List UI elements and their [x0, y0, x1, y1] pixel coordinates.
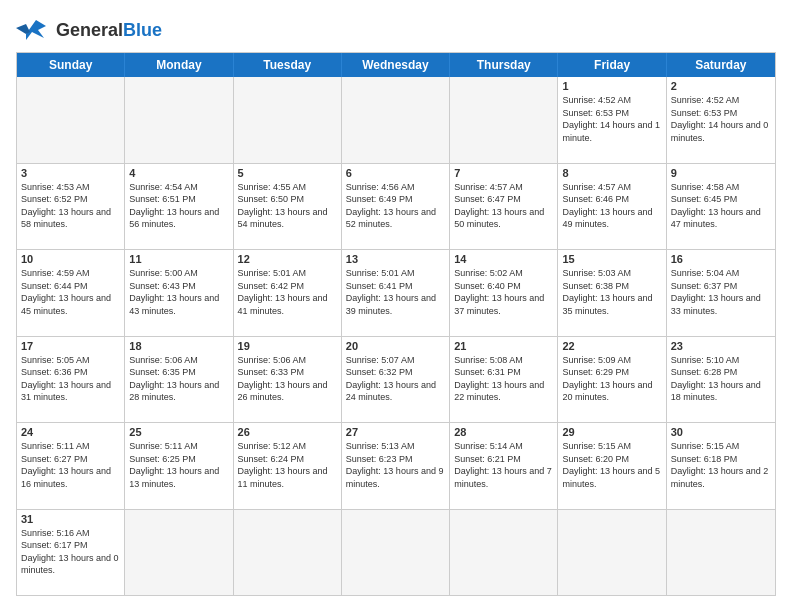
cell-info: Sunrise: 5:05 AM Sunset: 6:36 PM Dayligh…: [21, 354, 120, 404]
cell-info: Sunrise: 5:03 AM Sunset: 6:38 PM Dayligh…: [562, 267, 661, 317]
calendar-cell: 4Sunrise: 4:54 AM Sunset: 6:51 PM Daylig…: [125, 164, 233, 250]
cell-info: Sunrise: 4:52 AM Sunset: 6:53 PM Dayligh…: [671, 94, 771, 144]
day-number: 5: [238, 167, 337, 179]
calendar-cell: 14Sunrise: 5:02 AM Sunset: 6:40 PM Dayli…: [450, 250, 558, 336]
day-number: 16: [671, 253, 771, 265]
cell-info: Sunrise: 5:06 AM Sunset: 6:33 PM Dayligh…: [238, 354, 337, 404]
day-number: 27: [346, 426, 445, 438]
calendar-cell: 15Sunrise: 5:03 AM Sunset: 6:38 PM Dayli…: [558, 250, 666, 336]
day-number: 25: [129, 426, 228, 438]
day-number: 6: [346, 167, 445, 179]
calendar-cell: 11Sunrise: 5:00 AM Sunset: 6:43 PM Dayli…: [125, 250, 233, 336]
header-day-friday: Friday: [558, 53, 666, 77]
calendar-cell: 6Sunrise: 4:56 AM Sunset: 6:49 PM Daylig…: [342, 164, 450, 250]
day-number: 18: [129, 340, 228, 352]
day-number: 12: [238, 253, 337, 265]
calendar-cell: [125, 510, 233, 596]
logo-icon: [16, 16, 52, 44]
cell-info: Sunrise: 5:14 AM Sunset: 6:21 PM Dayligh…: [454, 440, 553, 490]
day-number: 1: [562, 80, 661, 92]
calendar-cell: 19Sunrise: 5:06 AM Sunset: 6:33 PM Dayli…: [234, 337, 342, 423]
cell-info: Sunrise: 5:04 AM Sunset: 6:37 PM Dayligh…: [671, 267, 771, 317]
day-number: 4: [129, 167, 228, 179]
calendar-cell: 28Sunrise: 5:14 AM Sunset: 6:21 PM Dayli…: [450, 423, 558, 509]
calendar-cell: [342, 510, 450, 596]
calendar-cell: 13Sunrise: 5:01 AM Sunset: 6:41 PM Dayli…: [342, 250, 450, 336]
day-number: 14: [454, 253, 553, 265]
day-number: 10: [21, 253, 120, 265]
cell-info: Sunrise: 4:58 AM Sunset: 6:45 PM Dayligh…: [671, 181, 771, 231]
cell-info: Sunrise: 5:15 AM Sunset: 6:20 PM Dayligh…: [562, 440, 661, 490]
calendar-cell: 25Sunrise: 5:11 AM Sunset: 6:25 PM Dayli…: [125, 423, 233, 509]
calendar-cell: 18Sunrise: 5:06 AM Sunset: 6:35 PM Dayli…: [125, 337, 233, 423]
page: GeneralBlue SundayMondayTuesdayWednesday…: [0, 0, 792, 612]
calendar-cell: 16Sunrise: 5:04 AM Sunset: 6:37 PM Dayli…: [667, 250, 775, 336]
calendar-cell: 22Sunrise: 5:09 AM Sunset: 6:29 PM Dayli…: [558, 337, 666, 423]
day-number: 20: [346, 340, 445, 352]
cell-info: Sunrise: 4:59 AM Sunset: 6:44 PM Dayligh…: [21, 267, 120, 317]
cell-info: Sunrise: 5:12 AM Sunset: 6:24 PM Dayligh…: [238, 440, 337, 490]
calendar-row-3: 17Sunrise: 5:05 AM Sunset: 6:36 PM Dayli…: [17, 336, 775, 423]
calendar-cell: 17Sunrise: 5:05 AM Sunset: 6:36 PM Dayli…: [17, 337, 125, 423]
day-number: 13: [346, 253, 445, 265]
cell-info: Sunrise: 5:13 AM Sunset: 6:23 PM Dayligh…: [346, 440, 445, 490]
cell-info: Sunrise: 4:56 AM Sunset: 6:49 PM Dayligh…: [346, 181, 445, 231]
day-number: 23: [671, 340, 771, 352]
header-day-saturday: Saturday: [667, 53, 775, 77]
cell-info: Sunrise: 5:01 AM Sunset: 6:41 PM Dayligh…: [346, 267, 445, 317]
day-number: 17: [21, 340, 120, 352]
calendar-row-2: 10Sunrise: 4:59 AM Sunset: 6:44 PM Dayli…: [17, 249, 775, 336]
calendar-cell: 29Sunrise: 5:15 AM Sunset: 6:20 PM Dayli…: [558, 423, 666, 509]
calendar-cell: [558, 510, 666, 596]
calendar: SundayMondayTuesdayWednesdayThursdayFrid…: [16, 52, 776, 596]
calendar-cell: [342, 77, 450, 163]
cell-info: Sunrise: 4:55 AM Sunset: 6:50 PM Dayligh…: [238, 181, 337, 231]
calendar-cell: 5Sunrise: 4:55 AM Sunset: 6:50 PM Daylig…: [234, 164, 342, 250]
cell-info: Sunrise: 5:08 AM Sunset: 6:31 PM Dayligh…: [454, 354, 553, 404]
calendar-row-1: 3Sunrise: 4:53 AM Sunset: 6:52 PM Daylig…: [17, 163, 775, 250]
calendar-cell: 27Sunrise: 5:13 AM Sunset: 6:23 PM Dayli…: [342, 423, 450, 509]
header-day-wednesday: Wednesday: [342, 53, 450, 77]
day-number: 22: [562, 340, 661, 352]
cell-info: Sunrise: 5:02 AM Sunset: 6:40 PM Dayligh…: [454, 267, 553, 317]
logo: GeneralBlue: [16, 16, 162, 44]
cell-info: Sunrise: 5:10 AM Sunset: 6:28 PM Dayligh…: [671, 354, 771, 404]
calendar-cell: 10Sunrise: 4:59 AM Sunset: 6:44 PM Dayli…: [17, 250, 125, 336]
svg-marker-1: [16, 24, 30, 34]
calendar-row-4: 24Sunrise: 5:11 AM Sunset: 6:27 PM Dayli…: [17, 422, 775, 509]
calendar-cell: 1Sunrise: 4:52 AM Sunset: 6:53 PM Daylig…: [558, 77, 666, 163]
day-number: 31: [21, 513, 120, 525]
calendar-cell: 3Sunrise: 4:53 AM Sunset: 6:52 PM Daylig…: [17, 164, 125, 250]
calendar-cell: 26Sunrise: 5:12 AM Sunset: 6:24 PM Dayli…: [234, 423, 342, 509]
calendar-cell: 24Sunrise: 5:11 AM Sunset: 6:27 PM Dayli…: [17, 423, 125, 509]
calendar-cell: [667, 510, 775, 596]
cell-info: Sunrise: 4:57 AM Sunset: 6:47 PM Dayligh…: [454, 181, 553, 231]
cell-info: Sunrise: 4:57 AM Sunset: 6:46 PM Dayligh…: [562, 181, 661, 231]
logo-text: GeneralBlue: [56, 20, 162, 41]
cell-info: Sunrise: 5:01 AM Sunset: 6:42 PM Dayligh…: [238, 267, 337, 317]
cell-info: Sunrise: 4:53 AM Sunset: 6:52 PM Dayligh…: [21, 181, 120, 231]
day-number: 19: [238, 340, 337, 352]
cell-info: Sunrise: 5:15 AM Sunset: 6:18 PM Dayligh…: [671, 440, 771, 490]
cell-info: Sunrise: 5:09 AM Sunset: 6:29 PM Dayligh…: [562, 354, 661, 404]
day-number: 30: [671, 426, 771, 438]
day-number: 7: [454, 167, 553, 179]
header-day-tuesday: Tuesday: [234, 53, 342, 77]
day-number: 2: [671, 80, 771, 92]
calendar-body: 1Sunrise: 4:52 AM Sunset: 6:53 PM Daylig…: [17, 77, 775, 595]
day-number: 3: [21, 167, 120, 179]
calendar-cell: 9Sunrise: 4:58 AM Sunset: 6:45 PM Daylig…: [667, 164, 775, 250]
calendar-row-0: 1Sunrise: 4:52 AM Sunset: 6:53 PM Daylig…: [17, 77, 775, 163]
cell-info: Sunrise: 5:11 AM Sunset: 6:25 PM Dayligh…: [129, 440, 228, 490]
day-number: 8: [562, 167, 661, 179]
calendar-cell: 2Sunrise: 4:52 AM Sunset: 6:53 PM Daylig…: [667, 77, 775, 163]
calendar-cell: [234, 77, 342, 163]
calendar-cell: 31Sunrise: 5:16 AM Sunset: 6:17 PM Dayli…: [17, 510, 125, 596]
calendar-cell: 8Sunrise: 4:57 AM Sunset: 6:46 PM Daylig…: [558, 164, 666, 250]
day-number: 28: [454, 426, 553, 438]
day-number: 15: [562, 253, 661, 265]
calendar-cell: [17, 77, 125, 163]
calendar-row-5: 31Sunrise: 5:16 AM Sunset: 6:17 PM Dayli…: [17, 509, 775, 596]
header-day-thursday: Thursday: [450, 53, 558, 77]
day-number: 26: [238, 426, 337, 438]
